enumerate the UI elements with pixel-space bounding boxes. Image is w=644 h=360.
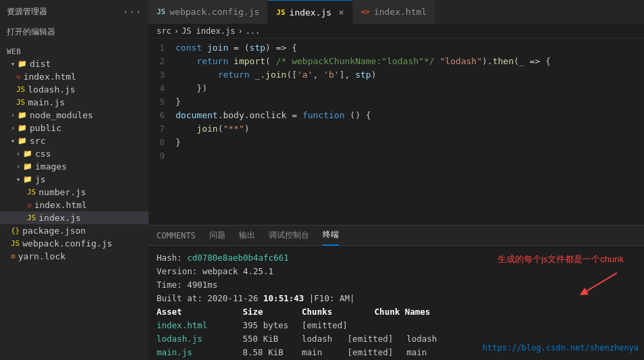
line-num-6: 6 [149, 109, 176, 122]
line-num-2: 2 [149, 55, 176, 68]
expand-arrow-src: ▾ [11, 137, 15, 145]
row2-asset: lodash.js [157, 332, 238, 346]
row1-chunks: [emitted] [302, 319, 369, 332]
lock-icon: ⚙ [11, 252, 16, 261]
webpack-file-icon: JS [157, 7, 165, 16]
code-content-6: document.body.onclick = function () { [176, 109, 644, 122]
expand-arrow-css: › [16, 150, 20, 157]
code-line-9: 9 [149, 149, 644, 163]
panel-tab-problems[interactable]: 问题 [209, 226, 225, 246]
breadcrumb-sep1: › [174, 26, 179, 36]
col-size: Size [243, 305, 297, 319]
line-num-9: 9 [149, 149, 176, 163]
sidebar-label-index-js: index.js [38, 213, 81, 223]
web-section-label: WEB [0, 43, 149, 57]
close-tab-icon[interactable]: × [338, 7, 344, 18]
sidebar-label-index-html-src: index.html [34, 200, 87, 210]
line-num-5: 5 [149, 95, 176, 109]
tabs-container: JS webpack.config.js JS index.js × <> in… [149, 0, 644, 24]
sidebar-item-package-json[interactable]: {} package.json [0, 224, 149, 237]
tab-index-html[interactable]: <> index.html [353, 0, 436, 24]
code-line-6: 6 document.body.onclick = function () { [149, 109, 644, 122]
sidebar-item-number-js[interactable]: JS number.js [0, 186, 149, 199]
panel-tab-comments[interactable]: COMMENTS [157, 226, 196, 246]
sidebar-item-js-folder[interactable]: ▾ 📁 js [0, 173, 149, 186]
js-file-icon: JS [276, 8, 285, 17]
sidebar-header: 资源管理器 ··· [0, 5, 149, 18]
sidebar-item-main-js[interactable]: JS main.js [0, 96, 149, 109]
code-content-8: } [176, 136, 644, 149]
row3-emitted: [emitted] [348, 346, 402, 359]
sidebar-item-yarn-lock[interactable]: ⚙ yarn.lock [0, 250, 149, 263]
folder-icon-node: 📁 [18, 111, 27, 120]
row3-names: main [406, 347, 427, 357]
terminal-row1: index.html 395 bytes [emitted] [157, 319, 636, 332]
sidebar-item-src[interactable]: ▾ 📁 src [0, 134, 149, 147]
sidebar-label-dist: dist [30, 59, 51, 69]
sidebar-item-lodash-js[interactable]: JS lodash.js [0, 83, 149, 96]
sidebar-label-webpack: webpack.config.js [22, 238, 112, 249]
terminal-version-line: Version: webpack 4.25.1 [157, 265, 636, 278]
version-value: webpack 4.25.1 [203, 266, 273, 276]
sidebar-label-images: images [35, 161, 67, 172]
sidebar-label-css: css [35, 149, 51, 159]
expand-arrow-node: › [11, 111, 15, 119]
built-label: Built at: [157, 293, 203, 303]
line-num-8: 8 [149, 136, 176, 149]
sidebar-item-node-modules[interactable]: › 📁 node_modules [0, 109, 149, 122]
code-line-1: 1 const join = (stp) => { [149, 41, 644, 55]
panel-area: COMMENTS 问题 输出 调试控制台 终端 Hash: cd0780e8ae… [149, 225, 644, 360]
code-line-4: 4 }) [149, 82, 644, 95]
tab-indexhtml-label: index.html [374, 7, 427, 17]
code-content-1: const join = (stp) => { [176, 41, 644, 55]
col-chunks: Chunks [302, 305, 369, 319]
tab-webpack-config[interactable]: JS webpack.config.js [149, 0, 268, 24]
code-content-2: return import( /* webpackChunkName:"loda… [176, 55, 644, 68]
sidebar-label-number: number.js [38, 187, 86, 197]
code-content-4: }) [176, 82, 644, 95]
breadcrumb-src: src [157, 26, 171, 36]
sidebar-label-index-html-dist: index.html [24, 72, 76, 82]
title-bar: 资源管理器 ··· JS webpack.config.js JS index.… [0, 0, 644, 24]
panel-tab-terminal[interactable]: 终端 [323, 226, 339, 246]
sidebar-item-index-js[interactable]: JS index.js [0, 211, 149, 224]
sidebar-item-images[interactable]: › 📁 images [0, 160, 149, 173]
more-options-icon[interactable]: ··· [122, 5, 142, 18]
time-label: Time: [157, 280, 182, 290]
expand-arrow-js: ▾ [16, 176, 20, 183]
html-file-icon: <> [361, 7, 370, 16]
explorer-title: 资源管理器 [7, 6, 47, 18]
sidebar-item-index-html-dist[interactable]: ◇ index.html [0, 70, 149, 83]
main-area: 打开的编辑器 WEB ▾ 📁 dist ◇ index.html JS loda… [0, 24, 644, 360]
folder-icon-js: 📁 [23, 175, 32, 184]
tab-webpack-label: webpack.config.js [169, 7, 259, 17]
panel-tab-debug[interactable]: 调试控制台 [269, 226, 309, 246]
row2-emitted: [emitted] [348, 332, 402, 346]
line-num-4: 4 [149, 82, 176, 95]
panel-tab-output[interactable]: 输出 [239, 226, 255, 246]
row2-size: 550 KiB [243, 332, 297, 346]
built-f10: |F10: AM| [309, 293, 355, 303]
tab-index-js[interactable]: JS index.js × [268, 0, 352, 24]
sidebar-item-dist[interactable]: ▾ 📁 dist [0, 57, 149, 70]
sidebar-item-public[interactable]: › 📁 public [0, 122, 149, 134]
row1-asset: index.html [157, 319, 238, 332]
js-icon-lodash: JS [16, 85, 25, 94]
sidebar-label-public: public [30, 123, 61, 133]
col-chunk-names: Chunk Names [375, 307, 431, 317]
sidebar-item-css[interactable]: › 📁 css [0, 147, 149, 160]
sidebar-item-webpack-config[interactable]: JS webpack.config.js [0, 237, 149, 250]
sidebar-label-js-folder: js [35, 174, 46, 184]
folder-icon-src: 📁 [18, 136, 27, 145]
sidebar: 打开的编辑器 WEB ▾ 📁 dist ◇ index.html JS loda… [0, 24, 149, 360]
terminal-header-line: Asset Size Chunks Chunk Names [157, 305, 636, 319]
code-line-7: 7 join("**") [149, 122, 644, 136]
row2-chunks: lodash [302, 332, 342, 346]
code-content-3: return _.join(['a', 'b'], stp) [176, 68, 644, 82]
breadcrumb: src › JS index.js › ... [149, 24, 644, 38]
line-num-3: 3 [149, 68, 176, 82]
code-content-5: } [176, 95, 644, 109]
sidebar-item-index-html-src[interactable]: ◇ index.html [0, 199, 149, 211]
sidebar-label-src: src [30, 136, 45, 146]
sidebar-label-package: package.json [22, 226, 86, 236]
